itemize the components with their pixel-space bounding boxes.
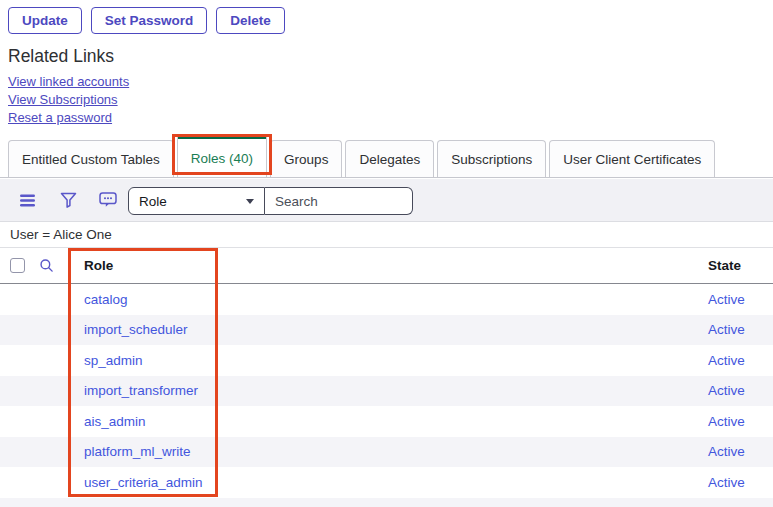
action-button-row: Update Set Password Delete — [8, 7, 285, 34]
table-row[interactable]: import_scheduler Active — [0, 315, 773, 346]
user-record-page: Update Set Password Delete Related Links… — [0, 0, 773, 507]
select-all-checkbox[interactable] — [10, 258, 25, 273]
tab-roles-label: Roles (40) — [191, 151, 253, 166]
list-filter-breadcrumb[interactable]: User = Alice One — [0, 222, 773, 248]
tab-entitled-custom-tables[interactable]: Entitled Custom Tables — [8, 140, 174, 177]
state-link[interactable]: Active — [708, 383, 745, 398]
view-subscriptions-link[interactable]: View Subscriptions — [8, 92, 129, 107]
table-row[interactable]: catalog Active — [0, 284, 773, 315]
reset-a-password-link[interactable]: Reset a password — [8, 110, 129, 125]
list-toolbar: Role — [0, 179, 773, 222]
tab-roles[interactable]: Roles (40) — [177, 134, 267, 177]
roles-table: Role State catalog Active import_schedul… — [0, 248, 773, 507]
tab-delegates[interactable]: Delegates — [345, 140, 434, 177]
column-header-role[interactable]: Role — [84, 248, 113, 283]
search-field-dropdown-value: Role — [139, 194, 167, 209]
related-list-tabs: Entitled Custom Tables Roles (40) Groups… — [0, 132, 773, 178]
magnifier-icon[interactable] — [39, 258, 54, 277]
state-link[interactable]: Active — [708, 475, 745, 490]
state-link[interactable]: Active — [708, 414, 745, 429]
state-link[interactable]: Active — [708, 353, 745, 368]
role-link[interactable]: platform_ml_write — [84, 444, 191, 459]
state-link[interactable]: Active — [708, 444, 745, 459]
filter-icon[interactable] — [60, 192, 77, 212]
related-links-heading: Related Links — [8, 46, 114, 67]
role-link[interactable]: sp_admin — [84, 353, 143, 368]
breadcrumb-text: User = Alice One — [10, 227, 112, 242]
tab-subscriptions[interactable]: Subscriptions — [437, 140, 546, 177]
state-link[interactable]: Active — [708, 322, 745, 337]
role-link[interactable]: import_scheduler — [84, 322, 188, 337]
comment-bubble-icon[interactable] — [99, 192, 117, 212]
search-controls: Role — [128, 187, 413, 215]
menu-icon[interactable] — [20, 193, 35, 211]
search-input[interactable] — [265, 187, 413, 215]
delete-button[interactable]: Delete — [216, 7, 285, 34]
state-link[interactable]: Active — [708, 292, 745, 307]
table-header-row: Role State — [0, 248, 773, 284]
chevron-down-icon — [246, 199, 254, 204]
tab-user-client-certificates[interactable]: User Client Certificates — [549, 140, 715, 177]
tab-groups[interactable]: Groups — [270, 140, 342, 177]
table-row[interactable]: sp_admin Active — [0, 345, 773, 376]
column-header-state[interactable]: State — [708, 248, 741, 283]
view-linked-accounts-link[interactable]: View linked accounts — [8, 74, 129, 89]
role-link[interactable]: catalog — [84, 292, 128, 307]
set-password-button[interactable]: Set Password — [91, 7, 208, 34]
table-row[interactable]: user_criteria_admin Active — [0, 467, 773, 498]
search-field-dropdown[interactable]: Role — [128, 187, 265, 215]
update-button[interactable]: Update — [8, 7, 82, 34]
table-row[interactable]: import_transformer Active — [0, 376, 773, 407]
table-row[interactable]: platform_ml_write Active — [0, 437, 773, 468]
table-row[interactable]: ais_admin Active — [0, 406, 773, 437]
role-link[interactable]: import_transformer — [84, 383, 198, 398]
related-links-list: View linked accounts View Subscriptions … — [8, 74, 129, 125]
role-link[interactable]: ais_admin — [84, 414, 146, 429]
role-link[interactable]: user_criteria_admin — [84, 475, 203, 490]
table-row-partial — [0, 498, 773, 507]
